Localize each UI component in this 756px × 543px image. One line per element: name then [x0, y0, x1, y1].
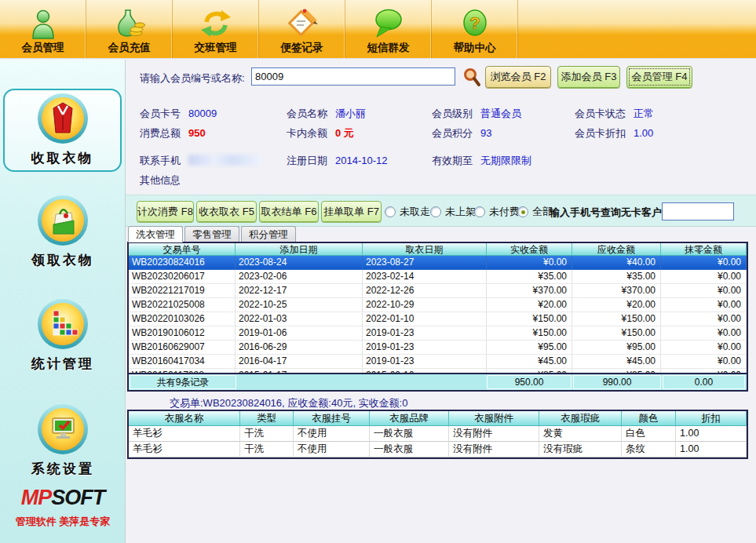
sidebar-item-collect-clothes[interactable]: 领取衣物	[0, 195, 126, 269]
sidebar-item-label: 收取衣物	[5, 149, 120, 167]
table-row[interactable]: WB202212170192022-12-172022-12-26¥370.00…	[129, 284, 747, 298]
table-row[interactable]: 羊毛衫干洗不使用一般衣服没有附件发黄白色1.00	[129, 426, 747, 442]
tab-bar: 洗衣管理 零售管理 积分管理	[128, 226, 296, 242]
radio-circle[interactable]	[474, 206, 485, 217]
header-order-id: 交易单号	[129, 243, 236, 255]
items-table-body: 羊毛衫干洗不使用一般衣服没有附件发黄白色1.00 羊毛衫干洗不使用一般衣服没有附…	[129, 426, 747, 457]
header-color: 颜色	[622, 411, 676, 425]
toolbar-item-label: 会员充值	[108, 42, 151, 54]
table-row[interactable]: WB201901060122019-01-062019-01-23¥150.00…	[129, 326, 747, 341]
member-regdate-value: 2014-10-12	[335, 155, 388, 166]
table-row[interactable]: WB201606290072016-06-292019-01-23¥95.00¥…	[129, 341, 747, 355]
member-level-label: 会员级别	[432, 108, 473, 119]
header-receivable: 应收金额	[572, 243, 661, 255]
order-detail-line: 交易单:WB20230824016, 应收金额:40元, 实收金额:0	[170, 396, 407, 410]
sum-received: 950.00	[487, 375, 572, 389]
main-panel: 请输入会员编号或名称: 浏览会员 F2 添加会员 F3 会员管理 F4 会员卡号…	[126, 60, 756, 543]
receive-fetch-button[interactable]: 收衣取衣 F5	[196, 201, 257, 222]
radio-circle[interactable]	[430, 206, 441, 217]
member-card-value: 80009	[188, 108, 217, 119]
member-manage-button[interactable]: 会员管理 F4	[626, 66, 692, 88]
table-row[interactable]: WB202210250082022-10-252022-10-29¥20.00¥…	[129, 298, 747, 312]
tab-retail[interactable]: 零售管理	[184, 226, 239, 242]
radio-not-shelved[interactable]: 未上架	[430, 205, 476, 219]
sms-broadcast-icon	[371, 5, 407, 42]
header-fetch-date: 取衣日期	[363, 243, 487, 255]
items-table: 衣服名称 类型 衣服挂号 衣服品牌 衣服附件 衣服瑕疵 颜色 折扣 羊毛衫干洗不…	[127, 410, 748, 459]
radio-not-taken[interactable]: 未取走	[385, 205, 430, 219]
header-add-date: 添加日期	[236, 243, 363, 255]
brand-mp: MP	[21, 486, 52, 509]
action-strip: 计次消费 F8 收衣取衣 F5 取衣结单 F6 挂单取单 F7 未取走 未上架 …	[126, 195, 756, 227]
member-points-value: 93	[480, 127, 491, 139]
toolbar-item-member-recharge[interactable]: 会员充值	[86, 0, 173, 58]
header-received: 实收金额	[487, 243, 572, 255]
search-icon[interactable]	[462, 67, 483, 88]
toolbar-item-shift-manage[interactable]: 交班管理	[173, 0, 259, 58]
toolbar-item-label: 短信群发	[367, 42, 410, 54]
phone-query-input[interactable]	[662, 202, 734, 220]
fetch-settle-button[interactable]: 取衣结单 F6	[259, 201, 319, 222]
search-label: 请输入会员编号或名称:	[140, 71, 245, 86]
tab-laundry[interactable]: 洗衣管理	[128, 226, 183, 242]
sidebar-item-statistics[interactable]: 统计管理	[0, 298, 126, 373]
brand-soft: SOFT	[51, 486, 104, 509]
receive-clothes-icon	[37, 93, 89, 144]
table-row[interactable]: WB202308240162023-08-242023-08-27¥0.00¥4…	[129, 256, 747, 270]
member-recharge-icon	[111, 5, 148, 42]
table-row[interactable]: WB201604170342016-04-172019-01-23¥45.00¥…	[129, 355, 747, 369]
sum-receivable: 990.00	[573, 375, 661, 389]
radio-unpaid[interactable]: 未付费	[474, 205, 520, 219]
table-row[interactable]: WB202302060172023-02-062023-02-14¥35.00¥…	[129, 270, 747, 284]
member-balance-value: 0 元	[335, 127, 354, 139]
radio-circle[interactable]	[385, 206, 396, 217]
member-spend-value: 950	[188, 127, 206, 139]
tab-points[interactable]: 积分管理	[241, 226, 296, 242]
orders-summary-row: 共有9条记录 950.00 990.00 0.00	[127, 373, 748, 392]
table-row[interactable]: WB202201030262022-01-032022-01-10¥150.00…	[129, 312, 747, 326]
member-expire-value: 无期限限制	[480, 155, 531, 166]
table-row[interactable]: 羊毛衫干洗不使用一般衣服没有附件没有瑕疵条纹1.00	[129, 442, 747, 457]
header-attachment: 衣服附件	[449, 411, 539, 425]
statistics-icon	[37, 298, 89, 350]
member-points-label: 会员积分	[432, 127, 473, 139]
member-discount-label: 会员卡折扣	[575, 127, 626, 139]
brand-tagline: 管理软件 美萍是专家	[0, 515, 126, 529]
member-expire-label: 有效期至	[432, 155, 473, 166]
toolbar-item-help-center[interactable]: ? 帮助中心	[432, 0, 518, 58]
header-discount: 折扣	[676, 411, 747, 425]
toolbar-item-note-record[interactable]: 便签记录	[259, 0, 345, 58]
member-level-value: 普通会员	[480, 108, 521, 119]
sidebar-item-label: 统计管理	[0, 355, 126, 373]
sidebar-item-system-settings[interactable]: 系统设置	[0, 403, 126, 478]
svg-text:?: ?	[469, 13, 480, 33]
radio-all[interactable]: 全部	[517, 205, 553, 219]
sidebar: 收取衣物 领取衣物	[0, 60, 126, 543]
toolbar-item-sms-broadcast[interactable]: 短信群发	[345, 0, 432, 58]
sidebar-item-receive-clothes[interactable]: 收取衣物	[3, 89, 122, 172]
orders-table-body: WB202308240162023-08-242023-08-27¥0.00¥4…	[129, 256, 747, 375]
shift-manage-icon	[198, 5, 234, 42]
member-status-label: 会员卡状态	[575, 108, 626, 119]
member-card-label: 会员卡号	[140, 108, 181, 119]
member-discount-value: 1.00	[634, 127, 653, 139]
orders-table: 交易单号 添加日期 取衣日期 实收金额 应收金额 抹零金额 WB20230824…	[127, 242, 748, 375]
header-flaw: 衣服瑕疵	[539, 411, 622, 425]
member-manage-icon	[26, 5, 60, 42]
radio-circle[interactable]	[517, 206, 528, 217]
toolbar-item-label: 便签记录	[281, 42, 323, 54]
member-status-value: 正常	[634, 108, 654, 119]
sidebar-item-label: 领取衣物	[0, 251, 126, 269]
items-table-header: 衣服名称 类型 衣服挂号 衣服品牌 衣服附件 衣服瑕疵 颜色 折扣	[129, 411, 747, 426]
system-settings-icon	[37, 403, 89, 455]
header-type: 类型	[240, 411, 294, 425]
sidebar-item-label: 系统设置	[0, 460, 126, 478]
browse-member-button[interactable]: 浏览会员 F2	[485, 66, 551, 88]
toolbar-item-label: 帮助中心	[454, 42, 496, 54]
hold-fetch-button[interactable]: 挂单取单 F7	[321, 201, 382, 222]
top-toolbar: 会员管理 会员充值 交班管理	[0, 0, 756, 59]
times-consume-button[interactable]: 计次消费 F8	[137, 201, 194, 222]
add-member-button[interactable]: 添加会员 F3	[557, 66, 620, 88]
member-search-input[interactable]	[251, 67, 455, 86]
toolbar-item-member-manage[interactable]: 会员管理	[0, 0, 86, 58]
